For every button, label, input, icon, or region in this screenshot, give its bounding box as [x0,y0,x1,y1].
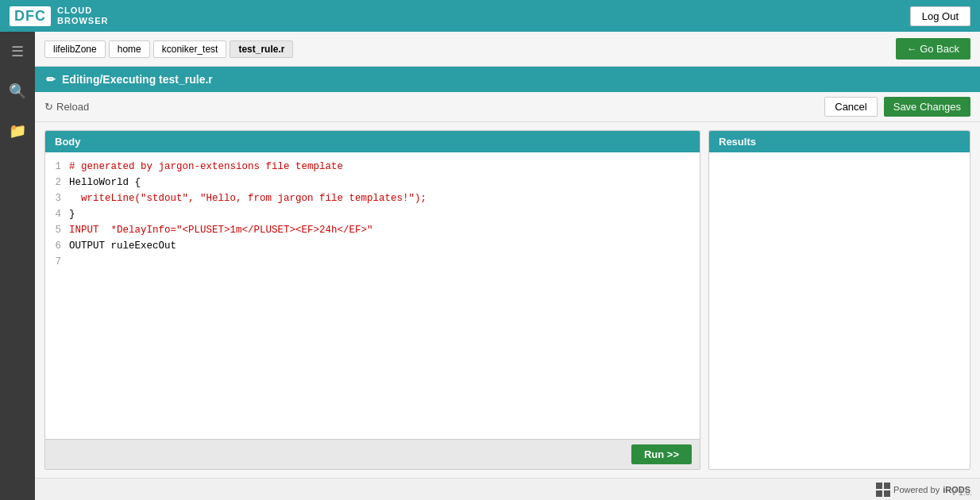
line-content-2: HelloWorld { [69,175,700,190]
main-content: lifelibZone home kconiker_test test_rule… [35,32,980,500]
line-num-5: 5 [45,222,69,238]
sidebar: ☰ 🔍 📁 [0,32,35,500]
line-content-3: writeLine("stdout", "Hello, from jargon … [69,190,700,206]
irods-cell-3 [876,490,882,497]
sidebar-folder-icon[interactable]: 📁 [0,117,35,144]
line-num-7: 7 [45,254,69,270]
pencil-icon: ✏ [46,73,56,86]
logo-area: DFC CLOUD BROWSER [10,6,108,26]
reload-label: Reload [56,101,89,113]
breadcrumb-item-kconiker[interactable]: kconiker_test [153,40,227,58]
line-content-5: INPUT *DelayInfo="<PLUSET>1m</PLUSET><EF… [69,222,700,238]
irods-cell-1 [876,483,882,489]
save-button[interactable]: Save Changes [884,97,970,117]
run-button[interactable]: Run >> [631,444,692,464]
breadcrumb-item-file[interactable]: test_rule.r [230,40,293,58]
irods-cell-2 [884,483,890,489]
breadcrumb-item-lifelibzone[interactable]: lifelibZone [44,40,106,58]
code-line-1: 1 # generated by jargon-extensions file … [45,159,700,175]
code-line-4: 4 } [45,206,700,222]
title-bar: ✏ Editing/Executing test_rule.r [35,67,980,92]
footer: Powered by iRODS [35,478,980,500]
code-line-2: 2 HelloWorld { [45,175,700,190]
breadcrumb: lifelibZone home kconiker_test test_rule… [44,40,293,58]
results-panel-header: Results [709,131,970,152]
code-editor[interactable]: 1 # generated by jargon-extensions file … [45,152,700,439]
logo-box: DFC [10,6,51,26]
cancel-button[interactable]: Cancel [824,97,877,117]
line-content-7 [69,254,700,270]
version-label: V 1.0. [951,488,972,497]
page-title: Editing/Executing test_rule.r [62,73,213,86]
line-num-2: 2 [45,175,69,190]
editor-container: Body 1 # generated by jargon-extensions … [35,122,980,478]
body-panel: Body 1 # generated by jargon-extensions … [44,130,700,470]
code-line-3: 3 writeLine("stdout", "Hello, from jargo… [45,190,700,206]
line-num-3: 3 [45,190,69,206]
toolbar: ↻ Reload Cancel Save Changes [35,92,980,122]
irods-cell-4 [884,490,890,497]
reload-button[interactable]: ↻ Reload [44,101,89,113]
line-content-4: } [69,206,700,222]
line-num-4: 4 [45,206,69,222]
go-back-button[interactable]: ← Go Back [896,38,970,60]
toolbar-right: Cancel Save Changes [824,97,970,117]
breadcrumb-item-home[interactable]: home [109,40,150,58]
line-num-6: 6 [45,238,69,254]
sidebar-search-icon[interactable]: 🔍 [0,78,35,105]
code-line-6: 6 OUTPUT ruleExecOut [45,238,700,254]
line-content-1: # generated by jargon-extensions file te… [69,159,700,175]
results-content [709,152,970,469]
reload-icon: ↻ [44,101,53,113]
logout-button[interactable]: Log Out [910,6,970,26]
powered-by-text: Powered by [893,485,939,494]
code-line-7: 7 [45,254,700,270]
run-bar: Run >> [45,439,700,469]
line-content-6: OUTPUT ruleExecOut [69,238,700,254]
header: DFC CLOUD BROWSER Log Out [0,0,980,32]
irods-grid-icon [876,483,890,497]
logo-subtitle: CLOUD BROWSER [57,6,108,26]
main-layout: ☰ 🔍 📁 lifelibZone home kconiker_test tes… [0,32,980,500]
breadcrumb-bar: lifelibZone home kconiker_test test_rule… [35,32,980,67]
line-num-1: 1 [45,159,69,175]
body-panel-header: Body [45,131,700,152]
code-line-5: 5 INPUT *DelayInfo="<PLUSET>1m</PLUSET><… [45,222,700,238]
sidebar-menu-icon[interactable]: ☰ [0,38,35,65]
results-panel: Results [708,130,970,470]
